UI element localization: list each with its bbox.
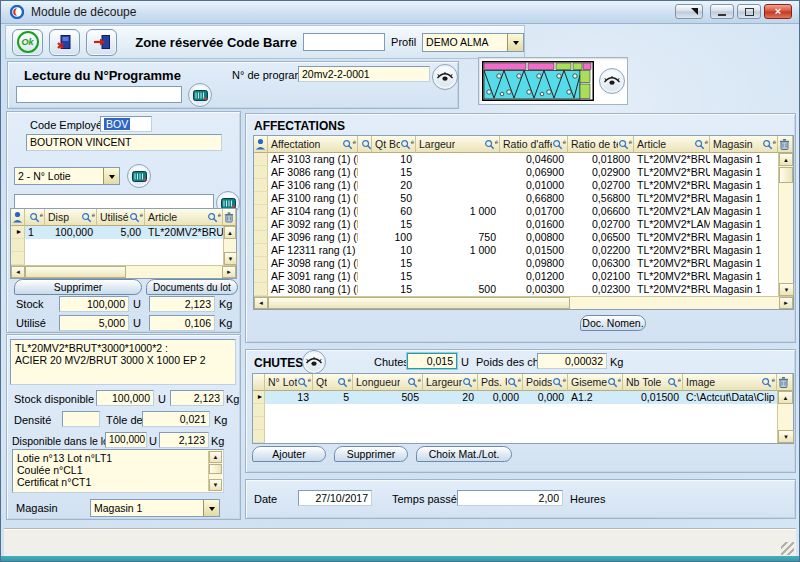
scroll-thumb[interactable] <box>779 167 793 183</box>
search-icon[interactable]: é <box>484 139 498 150</box>
view-program-button[interactable] <box>432 64 458 90</box>
delete-rows-button[interactable] <box>778 136 793 153</box>
search-icon[interactable]: é <box>618 139 632 150</box>
search-icon[interactable]: é <box>667 377 681 388</box>
table-row[interactable]: AF 3096 rang (1) (I F1007500,008000,0650… <box>254 231 793 244</box>
column-header[interactable]: Ratio de tempsé <box>568 136 634 153</box>
warehouse-dropdown-button[interactable] <box>203 500 219 516</box>
horizontal-scrollbar[interactable]: ◄ ► <box>11 265 236 278</box>
search-icon[interactable]: é <box>407 377 421 388</box>
column-header[interactable]: Pds. U.é <box>478 374 523 391</box>
add-chute-button[interactable]: Ajouter <box>252 446 326 462</box>
scroll-thumb[interactable] <box>25 266 126 278</box>
column-header[interactable]: Qté <box>313 374 353 391</box>
column-header[interactable]: Gisementé <box>568 374 623 391</box>
search-icon[interactable]: é <box>507 377 521 388</box>
column-header[interactable]: Articleé <box>634 136 710 153</box>
scroll-right-button[interactable]: ► <box>222 266 236 278</box>
lot-documents-button[interactable]: Documents du lot <box>146 279 238 295</box>
scroll-down-button[interactable]: ▼ <box>224 252 237 265</box>
exit-button[interactable] <box>86 29 117 56</box>
nesting-preview-image[interactable] <box>482 61 594 101</box>
date-value[interactable]: 27/10/2017 <box>298 490 372 506</box>
search-icon[interactable]: é <box>462 377 476 388</box>
delete-chute-button[interactable]: Supprimer <box>334 446 408 462</box>
close-button[interactable]: × <box>764 4 792 19</box>
profil-select[interactable]: DEMO ALMA <box>422 33 524 52</box>
table-row[interactable]: AF 12311 rang (1) F101 0000,015000,02200… <box>254 244 793 257</box>
column-header[interactable]: Utiliséé <box>97 209 145 226</box>
warehouse-select[interactable]: Magasin 1 <box>90 499 220 517</box>
table-row[interactable]: AF 3106 rang (1) (I F200,010000,02700TL*… <box>254 179 793 192</box>
column-header[interactable]: Longueuré <box>353 374 423 391</box>
column-header[interactable]: Largeuré <box>423 374 478 391</box>
search-icon[interactable]: é <box>694 139 708 150</box>
scroll-down-button[interactable]: ▼ <box>779 283 794 296</box>
search-icon[interactable]: é <box>29 212 43 223</box>
search-icon[interactable]: é <box>342 139 356 150</box>
search-icon[interactable]: é <box>552 139 566 150</box>
chutes-count-value[interactable]: 0,015 <box>407 353 457 369</box>
vertical-scrollbar[interactable]: ▲ ▼ <box>778 153 793 296</box>
doc-nomenclature-button[interactable]: Doc. Nomen. <box>580 315 646 331</box>
affectations-table[interactable]: AffectationéEqéQt BonneéLargeuréRatio d'… <box>253 135 794 310</box>
column-header[interactable]: N° Lotieé <box>265 374 313 391</box>
program-barcode-scan-button[interactable] <box>188 83 212 107</box>
view-nesting-button[interactable] <box>599 68 625 94</box>
table-row[interactable]: AF 3086 rang (1) (I F150,069000,02900TL*… <box>254 166 793 179</box>
delete-rows-button[interactable] <box>777 374 793 391</box>
column-header[interactable]: Ratio d'affectaté <box>500 136 568 153</box>
search-icon[interactable]: é <box>81 212 95 223</box>
search-icon[interactable]: é <box>129 212 143 223</box>
search-icon[interactable]: é <box>762 139 776 150</box>
lot-barcode-scan-button[interactable] <box>127 164 151 188</box>
table-row[interactable]: AF 3091 rang (1) (I F150,012000,02100TL*… <box>254 270 793 283</box>
pin-button[interactable] <box>675 4 703 19</box>
table-row[interactable]: ►135505200,0000,000A1.20,01500C:\Actcut\… <box>253 391 793 404</box>
user-column-button[interactable] <box>11 209 25 226</box>
column-header[interactable]: Eqé <box>358 136 372 153</box>
delete-rows-button[interactable] <box>223 209 236 226</box>
density-field[interactable] <box>62 411 100 427</box>
scroll-up-button[interactable]: ▲ <box>209 451 222 463</box>
column-header[interactable]: Nb Toleé <box>623 374 683 391</box>
search-icon[interactable]: é <box>400 139 414 150</box>
search-icon[interactable]: é <box>297 377 311 388</box>
table-row[interactable]: ►1100,0005,00TL*20MV2*BRUT*3000*1( <box>11 226 236 239</box>
scroll-up-button[interactable]: ▲ <box>778 391 793 404</box>
title-bar[interactable]: Module de découpe × <box>1 1 799 24</box>
scroll-down-button[interactable]: ▼ <box>209 479 222 491</box>
vertical-scrollbar[interactable]: ▲ ▼ <box>223 226 236 265</box>
scroll-up-button[interactable]: ▲ <box>224 226 236 239</box>
user-column-button[interactable] <box>254 136 268 153</box>
maximize-button[interactable] <box>737 4 761 19</box>
search-icon[interactable]: é <box>552 377 566 388</box>
vertical-scrollbar[interactable]: ▲ ▼ <box>777 391 793 443</box>
column-header[interactable]: Magasiné <box>710 136 778 153</box>
chutes-table[interactable]: N° LotieéQtéLongueuréLargeuréPds. U.éPoi… <box>252 373 794 444</box>
table-row[interactable]: AF 3080 rang (1) (I F155000,003000,02300… <box>254 283 793 296</box>
column-header[interactable]: Largeuré <box>416 136 500 153</box>
lot-mode-dropdown-button[interactable] <box>103 168 119 184</box>
table-row[interactable]: AF 3100 rang (1) (I F500,668000,56800TL*… <box>254 192 793 205</box>
search-icon[interactable]: é <box>761 377 775 388</box>
column-header[interactable]: Poidsé <box>523 374 568 391</box>
table-row[interactable]: AF 3104 rang (1) (I F601 0000,017000,066… <box>254 205 793 218</box>
search-icon[interactable]: é <box>607 377 621 388</box>
horizontal-scrollbar[interactable]: ◄ ► <box>254 296 793 309</box>
search-icon[interactable]: é <box>207 212 221 223</box>
table-row[interactable]: AF 3092 rang (1) (I F150,016000,02700TL*… <box>254 218 793 231</box>
column-header[interactable]: Qt Bonneé <box>372 136 416 153</box>
column-header[interactable]: Affectationé <box>268 136 358 153</box>
scroll-left-button[interactable]: ◄ <box>254 297 268 309</box>
scroll-left-button[interactable]: ◄ <box>11 266 25 278</box>
choose-material-lot-button[interactable]: Choix Mat./Lot. <box>416 446 512 462</box>
search-icon[interactable]: é <box>361 139 372 150</box>
barcode-input[interactable] <box>303 33 385 51</box>
resize-grip[interactable] <box>781 542 794 555</box>
column-header[interactable]: é <box>25 209 45 226</box>
column-header[interactable]: Articleé <box>145 209 223 226</box>
program-read-input[interactable] <box>16 86 182 103</box>
minimize-button[interactable] <box>710 4 734 19</box>
lot-list-scrollbar[interactable]: ▲ ▼ <box>208 451 222 491</box>
